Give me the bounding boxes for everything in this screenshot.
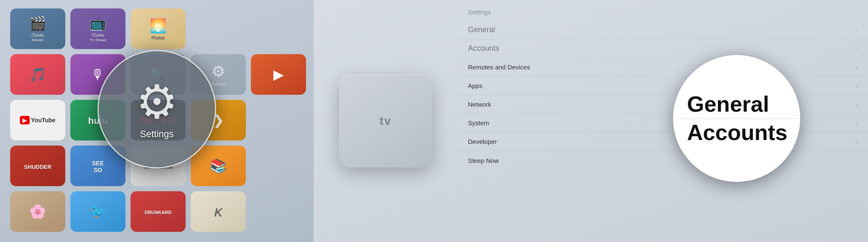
itunes-tv-label: iTunesTV Shows	[90, 33, 106, 42]
app-tile-drunkard[interactable]: DRUNKARD	[131, 191, 186, 232]
empty-tile-5	[251, 191, 306, 232]
chevron-network: ›	[856, 101, 858, 108]
settings-network-label: Network	[468, 101, 491, 108]
settings-system-label: System	[468, 119, 489, 126]
app-tile-twitter[interactable]: 🐦	[70, 191, 125, 232]
shudder-label: SHUDDER	[24, 164, 51, 170]
settings-accounts-label: Accounts	[468, 44, 499, 53]
settings-apps-label: Apps	[468, 82, 482, 89]
itunes-movies-label: iTunesMovies	[31, 33, 44, 42]
app-tile-itunes-tv[interactable]: 📺 iTunesTV Shows	[70, 8, 125, 49]
settings-remotes-label: Remotes and Devices	[468, 63, 530, 71]
apple-tv-logo: tv	[380, 114, 392, 128]
video-icon: ▶	[273, 66, 284, 82]
chevron-remotes: ›	[856, 64, 858, 71]
photos-label: Photos	[151, 36, 164, 40]
magnifier-right: General Accounts	[673, 55, 800, 182]
settings-sleep-now-label: Sleep Now	[468, 157, 499, 164]
right-panel: tv Settings General › Accounts › Remotes…	[314, 0, 868, 242]
magnifier-settings-label: Settings	[140, 129, 174, 140]
apple-tv-device: tv	[314, 0, 458, 242]
magnifier-left: ⚙ Settings	[97, 50, 216, 168]
left-panel: 🎬 iTunesMovies 📺 iTunesTV Shows 🌅 Photos…	[0, 0, 314, 242]
settings-list: General › Accounts › Remotes and Devices…	[458, 21, 868, 170]
seeso-label: SEESO	[92, 160, 104, 173]
podcasts-icon: 🎙	[91, 67, 105, 82]
settings-title: Settings	[458, 8, 868, 21]
app-tile-cursive[interactable]: K	[191, 191, 246, 232]
chevron-general: ›	[856, 27, 858, 33]
twitter-icon: 🐦	[89, 204, 106, 220]
device-box: tv	[339, 74, 432, 168]
drunkard-label: DRUNKARD	[145, 210, 172, 215]
empty-tile-4	[251, 146, 306, 186]
app-tile-books[interactable]: 📚	[191, 146, 246, 186]
magnifier-accounts-text: Accounts	[674, 121, 799, 145]
chevron-system: ›	[856, 120, 858, 126]
settings-item-network[interactable]: Network ›	[458, 95, 868, 114]
settings-item-general[interactable]: General ›	[458, 21, 868, 39]
app-tile-youtube[interactable]: ▶ YouTube	[10, 100, 65, 140]
settings-general-label: General	[468, 25, 495, 34]
empty-tile-3	[251, 100, 306, 140]
app-tile-shudder[interactable]: SHUDDER	[10, 146, 65, 186]
chevron-developer: ›	[856, 138, 858, 145]
itunes-movies-icon: 🎬	[29, 15, 46, 31]
music-icon: 🎵	[29, 66, 46, 82]
settings-item-system[interactable]: System ›	[458, 114, 868, 132]
chevron-accounts: ›	[856, 45, 858, 52]
misc1-icon: 🌸	[29, 204, 46, 220]
chevron-apps: ›	[856, 82, 858, 89]
empty-tile-1	[191, 8, 246, 49]
settings-label: Settings	[211, 82, 226, 87]
settings-item-remotes[interactable]: Remotes and Devices ›	[458, 58, 868, 77]
settings-developer-label: Developer	[468, 138, 497, 145]
app-tile-video[interactable]: ▶	[251, 54, 306, 95]
empty-tile-2	[251, 8, 306, 49]
app-tile-music[interactable]: 🎵	[10, 54, 65, 95]
settings-item-developer[interactable]: Developer ›	[458, 132, 868, 151]
settings-panel: Settings General › Accounts › Remotes an…	[458, 0, 868, 242]
app-tile-itunes-movies[interactable]: 🎬 iTunesMovies	[10, 8, 65, 49]
cursive-label: K	[214, 206, 223, 219]
itunes-tv-icon: 📺	[89, 15, 106, 31]
magnifier-gear-icon: ⚙	[136, 79, 178, 125]
magnifier-divider	[674, 118, 799, 119]
tv-text: tv	[380, 114, 392, 127]
magnifier-general-text: General	[674, 92, 799, 116]
photos-icon: 🌅	[150, 18, 167, 34]
app-tile-misc1[interactable]: 🌸	[10, 191, 65, 232]
app-tile-photos[interactable]: 🌅 Photos	[131, 8, 186, 49]
settings-item-accounts[interactable]: Accounts ›	[458, 39, 868, 58]
settings-item-sleep-now[interactable]: Sleep Now	[458, 151, 868, 170]
settings-item-apps[interactable]: Apps ›	[458, 77, 868, 95]
youtube-logo: ▶ YouTube	[20, 116, 56, 124]
gear-icon: ⚙	[211, 63, 225, 80]
books-icon: 📚	[210, 158, 227, 174]
